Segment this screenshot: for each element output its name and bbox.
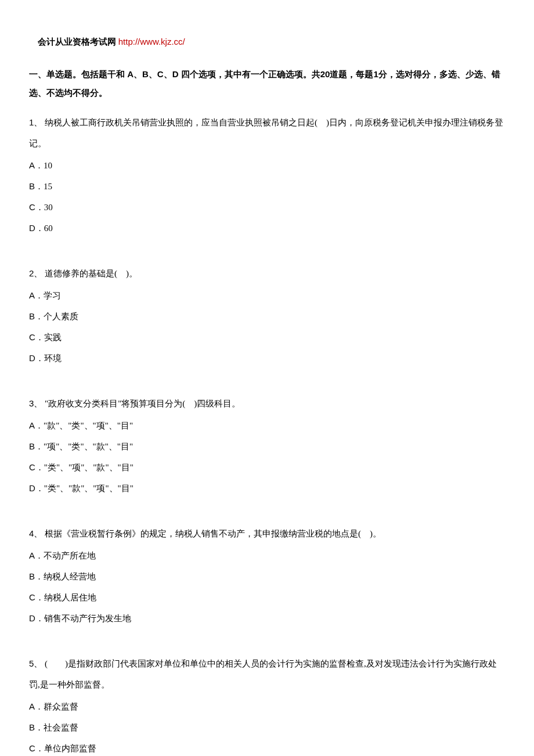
question-block: 4、 根据《营业税暂行条例》的规定，纳税人销售不动产，其申报缴纳营业税的地点是(… bbox=[29, 523, 505, 629]
option: C．纳税人居住地 bbox=[29, 587, 505, 608]
question-block: 2、 道德修养的基础是( )。A．学习B．个人素质C．实践D．环境 bbox=[29, 263, 505, 369]
question-stem: 道德修养的基础是( )。 bbox=[42, 269, 138, 278]
page-header: 会计从业资格考试网 http://www.kjz.cc/ bbox=[29, 35, 505, 49]
option-letter: A． bbox=[29, 290, 44, 300]
question-text: 4、 根据《营业税暂行条例》的规定，纳税人销售不动产，其申报缴纳营业税的地点是(… bbox=[29, 523, 505, 544]
question-number: 4、 bbox=[29, 528, 42, 538]
question-text: 3、 "政府收支分类科目"将预算项目分为( )四级科目。 bbox=[29, 393, 505, 414]
question-block: 1、 纳税人被工商行政机关吊销营业执照的，应当自营业执照被吊销之日起( )日内，… bbox=[29, 112, 505, 239]
option-text: 单位内部监督 bbox=[44, 744, 96, 753]
option-letter: A． bbox=[29, 420, 44, 430]
option: B．15 bbox=[29, 176, 505, 197]
option-text: 不动产所在地 bbox=[44, 551, 96, 560]
option: C．"类"、"项"、"款"、"目" bbox=[29, 457, 505, 478]
option-text: "项"、"类"、"款"、"目" bbox=[44, 442, 133, 451]
option: B．社会监督 bbox=[29, 717, 505, 738]
question-number: 3、 bbox=[29, 398, 42, 408]
question-number: 1、 bbox=[29, 117, 42, 127]
option: D．60 bbox=[29, 218, 505, 239]
option: A．"款"、"类"、"项"、"目" bbox=[29, 415, 505, 436]
option-text: 15 bbox=[44, 182, 52, 191]
question-number: 2、 bbox=[29, 268, 42, 278]
option: D．"类"、"款"、"项"、"目" bbox=[29, 478, 505, 499]
option-text: 群众监督 bbox=[44, 702, 78, 711]
option-letter: B． bbox=[29, 571, 44, 581]
option: A．群众监督 bbox=[29, 696, 505, 717]
option-letter: A． bbox=[29, 701, 44, 711]
option-letter: B． bbox=[29, 311, 44, 321]
option-text: 实践 bbox=[44, 333, 62, 342]
question-text: 2、 道德修养的基础是( )。 bbox=[29, 263, 505, 284]
option-letter: C． bbox=[29, 202, 44, 212]
option-text: 环境 bbox=[44, 354, 62, 363]
option-letter: C． bbox=[29, 592, 44, 602]
option-letter: C． bbox=[29, 743, 44, 753]
option: B．"项"、"类"、"款"、"目" bbox=[29, 436, 505, 457]
option: D．环境 bbox=[29, 348, 505, 369]
option: A．学习 bbox=[29, 285, 505, 306]
option: A．10 bbox=[29, 155, 505, 176]
option: C．实践 bbox=[29, 327, 505, 348]
section-instructions: 一、单选题。包括题干和 A、B、C、D 四个选项，其中有一个正确选项。共20道题… bbox=[29, 65, 505, 102]
option: C．单位内部监督 bbox=[29, 738, 505, 756]
option-letter: A． bbox=[29, 550, 44, 560]
question-block: 5、 ( )是指财政部门代表国家对单位和单位中的相关人员的会计行为实施的监督检查… bbox=[29, 653, 505, 756]
question-text: 1、 纳税人被工商行政机关吊销营业执照的，应当自营业执照被吊销之日起( )日内，… bbox=[29, 112, 505, 154]
option-text: 纳税人居住地 bbox=[44, 593, 96, 602]
option-letter: D． bbox=[29, 223, 44, 233]
site-title: 会计从业资格考试网 bbox=[38, 37, 116, 46]
question-number: 5、 bbox=[29, 658, 42, 668]
question-stem: "政府收支分类科目"将预算项目分为( )四级科目。 bbox=[42, 399, 240, 408]
option-text: 30 bbox=[44, 203, 53, 212]
option-letter: D． bbox=[29, 613, 44, 623]
question-block: 3、 "政府收支分类科目"将预算项目分为( )四级科目。A．"款"、"类"、"项… bbox=[29, 393, 505, 499]
option: A．不动产所在地 bbox=[29, 545, 505, 566]
option-text: 60 bbox=[44, 224, 53, 233]
option-text: 纳税人经营地 bbox=[44, 572, 96, 581]
option-letter: B． bbox=[29, 441, 44, 451]
option: B．个人素质 bbox=[29, 306, 505, 327]
option-text: 学习 bbox=[44, 291, 61, 300]
option-letter: B． bbox=[29, 722, 44, 732]
question-stem: 根据《营业税暂行条例》的规定，纳税人销售不动产，其申报缴纳营业税的地点是( )。 bbox=[42, 529, 381, 538]
option-text: "类"、"项"、"款"、"目" bbox=[44, 463, 134, 472]
questions-container: 1、 纳税人被工商行政机关吊销营业执照的，应当自营业执照被吊销之日起( )日内，… bbox=[29, 112, 505, 756]
option-text: 10 bbox=[44, 161, 52, 170]
option-text: 销售不动产行为发生地 bbox=[44, 614, 131, 623]
option-letter: B． bbox=[29, 181, 44, 191]
option-letter: C． bbox=[29, 332, 44, 342]
option: B．纳税人经营地 bbox=[29, 566, 505, 587]
option-text: 个人素质 bbox=[44, 312, 78, 321]
site-link[interactable]: http://www.kjz.cc/ bbox=[118, 37, 185, 46]
option-text: "类"、"款"、"项"、"目" bbox=[44, 484, 134, 493]
question-stem: ( )是指财政部门代表国家对单位和单位中的相关人员的会计行为实施的监督检查,及对… bbox=[29, 659, 497, 689]
option-letter: D． bbox=[29, 353, 44, 363]
option: C．30 bbox=[29, 197, 505, 218]
option: D．销售不动产行为发生地 bbox=[29, 608, 505, 629]
option-letter: D． bbox=[29, 483, 44, 493]
option-letter: C． bbox=[29, 462, 44, 472]
option-text: 社会监督 bbox=[44, 723, 78, 732]
option-letter: A． bbox=[29, 160, 44, 170]
question-text: 5、 ( )是指财政部门代表国家对单位和单位中的相关人员的会计行为实施的监督检查… bbox=[29, 653, 505, 695]
question-stem: 纳税人被工商行政机关吊销营业执照的，应当自营业执照被吊销之日起( )日内，向原税… bbox=[29, 118, 503, 148]
option-text: "款"、"类"、"项"、"目" bbox=[44, 421, 133, 430]
